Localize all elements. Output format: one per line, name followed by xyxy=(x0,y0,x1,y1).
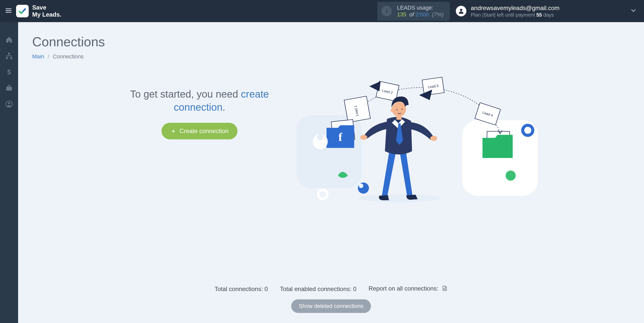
stat-total-connections: Total connections: 0 xyxy=(215,286,268,293)
page-title: Connections xyxy=(32,34,630,49)
info-icon: i xyxy=(381,6,392,16)
svg-point-36 xyxy=(391,108,393,112)
avatar-icon xyxy=(456,6,466,16)
leads-of: of xyxy=(408,11,416,18)
svg-point-31 xyxy=(430,136,437,141)
nav-home[interactable] xyxy=(0,32,18,48)
svg-rect-6 xyxy=(10,57,12,59)
connections-stats: Total connections: 0 Total enabled conne… xyxy=(215,285,448,293)
brand-line2: My Leads. xyxy=(32,11,61,18)
account-email: andrewsavemyleads@gmail.com xyxy=(471,4,560,12)
create-connection-label: Create connection xyxy=(180,128,229,135)
svg-rect-5 xyxy=(6,57,8,59)
dollar-icon: $ xyxy=(5,68,13,77)
nav-profile[interactable] xyxy=(0,97,18,113)
empty-state-illustration: Lead 1 Lead 2 Lead 3 Lead 4 xyxy=(271,88,630,259)
leads-total: 2'000 xyxy=(416,11,429,18)
leads-usage-panel: i LEADS usage: 135 of 2'000 (7%) xyxy=(377,2,450,21)
nav-connections[interactable] xyxy=(0,48,18,64)
top-bar: Save My Leads. i LEADS usage: 135 of 2'0… xyxy=(0,0,644,22)
empty-state-message: To get started, you need create connecti… xyxy=(128,88,271,114)
empty-state: To get started, you need create connecti… xyxy=(32,88,630,259)
stat-enabled-connections: Total enabled connections: 0 xyxy=(280,286,356,293)
brand-line1: Save xyxy=(32,4,61,11)
svg-point-33 xyxy=(392,102,406,117)
chevron-down-icon xyxy=(630,11,637,15)
account-menu[interactable]: andrewsavemyleads@gmail.com Plan |Start|… xyxy=(456,4,560,18)
nav-briefcase[interactable] xyxy=(0,80,18,97)
account-plan-line: Plan |Start| left until payment 55 days xyxy=(471,12,560,18)
leads-percent: (7%) xyxy=(430,11,444,18)
download-report-button[interactable] xyxy=(441,285,448,293)
file-icon xyxy=(441,285,448,293)
account-text: andrewsavemyleads@gmail.com Plan |Start|… xyxy=(471,4,560,18)
svg-point-34 xyxy=(396,109,397,110)
svg-rect-8 xyxy=(6,87,12,91)
main-content: Connections Main / Connections To get st… xyxy=(18,22,644,323)
breadcrumb-main-link[interactable]: Main xyxy=(32,53,44,60)
breadcrumb-separator: / xyxy=(48,53,49,60)
svg-text:$: $ xyxy=(7,68,11,75)
menu-toggle-button[interactable] xyxy=(3,6,14,17)
leads-usage-text: LEADS usage: 135 of 2'000 (7%) xyxy=(397,4,444,18)
leads-used-count: 135 xyxy=(397,11,406,18)
leads-usage-label: LEADS usage: xyxy=(397,4,444,11)
plus-icon: ＋ xyxy=(171,127,176,135)
user-circle-icon xyxy=(5,100,13,109)
stat-report: Report on all connections: xyxy=(369,285,448,293)
svg-marker-17 xyxy=(369,81,381,91)
nav-billing[interactable]: $ xyxy=(0,64,18,80)
briefcase-icon xyxy=(5,84,13,93)
sitemap-icon xyxy=(5,52,13,61)
brand-name: Save My Leads. xyxy=(32,4,61,18)
svg-point-26 xyxy=(506,171,516,181)
show-deleted-button[interactable]: Show deleted connections xyxy=(291,299,371,313)
svg-point-28 xyxy=(318,190,327,199)
svg-point-10 xyxy=(8,102,10,104)
svg-rect-4 xyxy=(8,53,10,54)
home-icon xyxy=(5,36,13,45)
breadcrumb-current: Connections xyxy=(53,53,84,60)
account-chevron[interactable] xyxy=(630,7,637,15)
svg-point-35 xyxy=(401,109,403,110)
logo-mark xyxy=(16,5,29,17)
brand-logo[interactable]: Save My Leads. xyxy=(16,4,61,18)
svg-point-30 xyxy=(360,135,367,140)
svg-text:f: f xyxy=(338,131,342,143)
hamburger-icon xyxy=(5,7,12,15)
svg-point-3 xyxy=(460,9,462,11)
svg-point-29 xyxy=(359,194,440,202)
create-connection-button[interactable]: ＋ Create connection xyxy=(162,123,238,139)
side-nav: $ xyxy=(0,22,18,323)
